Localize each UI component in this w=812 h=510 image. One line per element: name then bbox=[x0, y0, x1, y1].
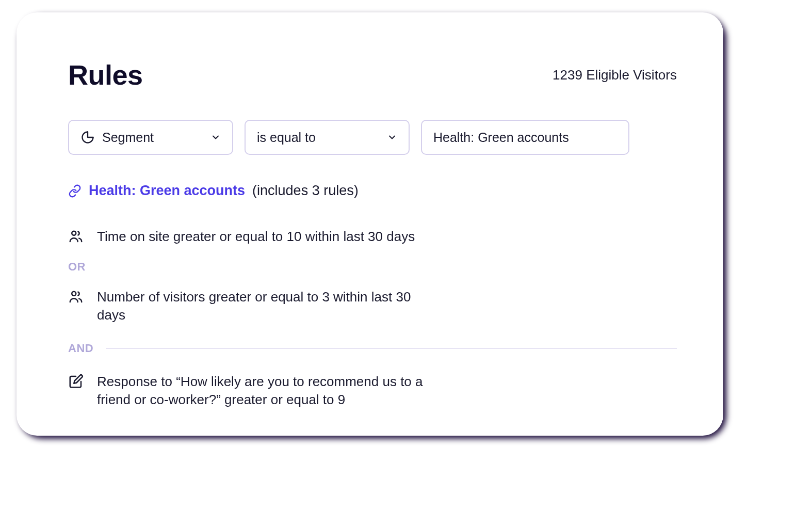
value-dropdown[interactable]: Health: Green accounts bbox=[421, 120, 629, 155]
edit-square-icon bbox=[68, 373, 84, 389]
value-label: Health: Green accounts bbox=[433, 130, 617, 145]
operator-dropdown[interactable]: is equal to bbox=[245, 120, 410, 155]
chevron-down-icon bbox=[210, 132, 221, 142]
segment-link[interactable]: Health: Green accounts bbox=[89, 183, 245, 199]
eligible-visitors-count: 1239 Eligible Visitors bbox=[553, 67, 677, 83]
svg-point-0 bbox=[72, 231, 76, 235]
attribute-dropdown[interactable]: Segment bbox=[68, 120, 233, 155]
segment-link-row: Health: Green accounts (includes 3 rules… bbox=[68, 183, 677, 199]
svg-point-1 bbox=[72, 292, 76, 296]
operator-label: is equal to bbox=[257, 130, 387, 145]
link-icon bbox=[68, 184, 82, 198]
rule-text: Response to “How likely are you to recom… bbox=[97, 373, 437, 409]
page-title: Rules bbox=[68, 59, 143, 91]
rule-selectors: Segment is equal to Health: Green accoun… bbox=[68, 120, 677, 155]
divider bbox=[106, 348, 677, 349]
rule-text: Number of visitors greater or equal to 3… bbox=[97, 288, 437, 324]
users-icon bbox=[68, 228, 84, 244]
rule-line: Response to “How likely are you to recom… bbox=[68, 373, 677, 409]
rule-text: Time on site greater or equal to 10 with… bbox=[97, 228, 415, 246]
rule-line: Number of visitors greater or equal to 3… bbox=[68, 288, 677, 324]
logic-or: OR bbox=[68, 260, 677, 274]
chevron-down-icon bbox=[387, 132, 397, 142]
rule-line: Time on site greater or equal to 10 with… bbox=[68, 228, 677, 246]
segment-link-suffix: (includes 3 rules) bbox=[252, 183, 359, 199]
rules-card: Rules 1239 Eligible Visitors Segment is … bbox=[17, 12, 723, 436]
attribute-label: Segment bbox=[102, 130, 210, 145]
logic-and-row: AND bbox=[68, 342, 677, 355]
logic-and: AND bbox=[68, 342, 93, 355]
header-row: Rules 1239 Eligible Visitors bbox=[68, 59, 677, 91]
users-icon bbox=[68, 288, 84, 305]
segment-icon bbox=[80, 130, 95, 145]
